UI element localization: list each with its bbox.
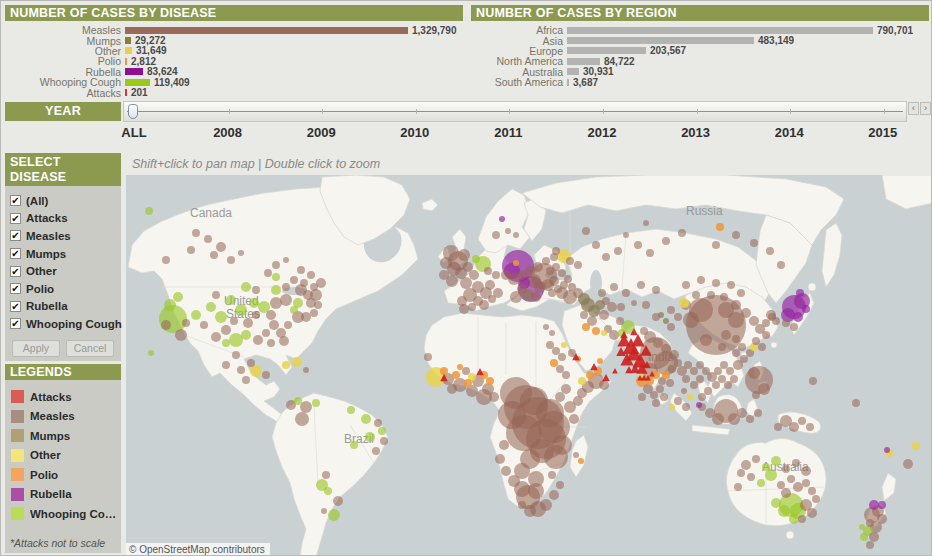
map-bubble[interactable] [241, 282, 251, 292]
map-bubble[interactable] [549, 330, 555, 336]
map-bubble[interactable] [877, 514, 887, 524]
year-tick-label[interactable]: 2010 [400, 125, 429, 140]
map-bubble[interactable] [333, 496, 343, 506]
map-bubble[interactable] [200, 321, 208, 329]
slider-left-arrow-button[interactable]: ‹ [908, 102, 919, 115]
map-bubble[interactable] [561, 384, 571, 394]
map-bubble[interactable] [684, 361, 692, 369]
map-bubble[interactable] [558, 269, 566, 277]
map-bubble[interactable] [758, 383, 770, 395]
map-bubble[interactable] [732, 349, 740, 357]
map-bubble[interactable] [210, 251, 218, 259]
map-bubble[interactable] [674, 313, 682, 321]
map-bubble[interactable] [782, 465, 790, 473]
map-bubble[interactable] [227, 256, 235, 264]
disease-filter-option[interactable]: ✔Attacks [10, 210, 117, 228]
map-bubble[interactable] [463, 262, 473, 272]
map-bubble[interactable] [452, 371, 460, 379]
map-bubble[interactable] [762, 463, 770, 471]
map-bubble[interactable] [279, 336, 289, 346]
map-bubble[interactable] [792, 459, 800, 467]
checkbox[interactable]: ✔ [10, 301, 21, 312]
map-bubble[interactable] [748, 367, 760, 379]
map-bubble[interactable] [801, 466, 811, 476]
map-bubble[interactable] [501, 466, 511, 476]
map-bubble[interactable] [599, 310, 609, 320]
map-bubble[interactable] [762, 319, 770, 327]
checkbox[interactable]: ✔ [10, 283, 21, 294]
map-bubble[interactable] [705, 408, 715, 418]
map-bubble[interactable] [682, 403, 690, 411]
map-bubble[interactable] [284, 321, 292, 329]
map-bubble[interactable] [698, 393, 706, 401]
map-bubble[interactable] [365, 432, 375, 442]
map-bubble[interactable] [578, 458, 584, 464]
map-bubble[interactable] [524, 505, 536, 517]
year-tick-label[interactable]: 2014 [775, 125, 804, 140]
map-bubble[interactable] [860, 533, 868, 541]
map-bubble[interactable] [552, 263, 560, 271]
map-bubble[interactable] [730, 375, 738, 383]
map-bubble[interactable] [741, 460, 751, 470]
map-bubble[interactable] [777, 261, 785, 269]
map-bubble[interactable] [602, 253, 610, 261]
map-bubble[interactable] [650, 391, 658, 399]
map-bubble[interactable] [798, 417, 806, 425]
map-bubble[interactable] [549, 490, 559, 500]
year-slider[interactable] [123, 101, 907, 122]
map-bubble[interactable] [324, 487, 332, 495]
map-bubble[interactable] [697, 276, 705, 284]
map-bubble[interactable] [602, 297, 610, 305]
map-bubble[interactable] [492, 271, 500, 279]
map-bubble[interactable] [807, 508, 817, 518]
map-bubble[interactable] [187, 246, 195, 254]
map-bubble[interactable] [643, 220, 649, 226]
map-bubble[interactable] [599, 380, 609, 390]
map-bubble[interactable] [440, 257, 452, 269]
map-bubble[interactable] [226, 295, 236, 305]
map-bubble[interactable] [702, 367, 710, 375]
map-bubble[interactable] [754, 409, 762, 417]
map-container[interactable]: CanadaUnitedStatesRussiaIndiaBrazilAustr… [126, 175, 932, 556]
bar[interactable] [567, 47, 646, 54]
map-bubble[interactable] [266, 310, 276, 320]
map-bubble[interactable] [561, 342, 567, 348]
map-bubble[interactable] [215, 311, 227, 323]
map-bubble[interactable] [566, 257, 574, 265]
map-bubble[interactable] [243, 318, 253, 328]
map-bubble[interactable] [601, 330, 607, 336]
map-bubble[interactable] [859, 524, 865, 530]
map-bubble[interactable] [148, 350, 154, 356]
map-bubble[interactable] [303, 367, 309, 373]
map-bubble[interactable] [253, 335, 263, 345]
map-bubble[interactable] [457, 364, 463, 370]
map-bubble[interactable] [623, 232, 629, 238]
map-bubble[interactable] [793, 482, 803, 492]
disease-filter-option[interactable]: ✔Whooping Cough [10, 315, 117, 333]
map-bubble[interactable] [272, 261, 280, 269]
map-bubble[interactable] [262, 329, 270, 337]
map-bubble[interactable] [737, 289, 745, 297]
bar[interactable] [567, 27, 873, 34]
map-bubble[interactable] [211, 332, 221, 342]
map-bubble[interactable] [300, 401, 312, 413]
map-bubble[interactable] [252, 311, 260, 319]
map-bubble[interactable] [513, 260, 519, 266]
map-bubble[interactable] [682, 375, 690, 383]
map-bubble[interactable] [191, 310, 201, 320]
map-bubble[interactable] [586, 371, 594, 379]
map-bubble[interactable] [556, 365, 564, 373]
map-bubble[interactable] [447, 384, 457, 394]
map-bubble[interactable] [247, 359, 255, 367]
map-bubble[interactable] [638, 393, 646, 401]
map-bubble[interactable] [696, 361, 704, 369]
map-bubble[interactable] [221, 325, 231, 335]
map-bubble[interactable] [592, 327, 600, 335]
map-bubble[interactable] [682, 281, 690, 289]
map-bubble[interactable] [674, 397, 682, 405]
map-bubble[interactable] [646, 249, 654, 257]
map-bubble[interactable] [282, 361, 290, 369]
map-bubble[interactable] [468, 303, 476, 311]
map-bubble[interactable] [578, 377, 586, 385]
map-bubble[interactable] [789, 422, 799, 432]
